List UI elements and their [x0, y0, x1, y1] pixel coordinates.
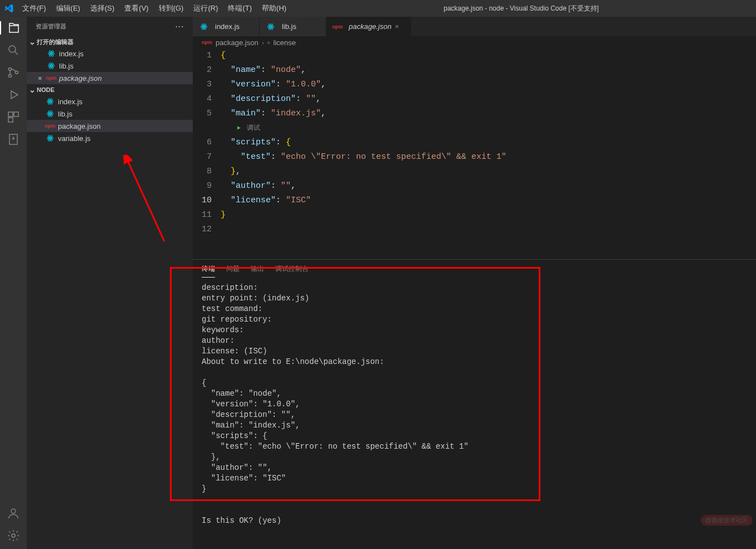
- panel-tab[interactable]: 终端: [202, 261, 215, 278]
- extensions-icon[interactable]: [7, 110, 20, 124]
- menu-help[interactable]: 帮助(H): [257, 1, 291, 16]
- menu-selection[interactable]: 选择(S): [86, 1, 119, 16]
- npm-icon: npm: [47, 74, 56, 82]
- react-icon: [266, 22, 275, 31]
- more-actions-icon[interactable]: ⋯: [175, 21, 184, 32]
- panel-tab[interactable]: 问题: [226, 261, 240, 277]
- debug-icon[interactable]: [7, 88, 20, 101]
- code-line: "license": "ISC": [221, 193, 756, 208]
- tab-label: index.js: [215, 22, 240, 31]
- vscode-logo-icon: [4, 4, 13, 13]
- svg-rect-4: [8, 112, 13, 116]
- open-editor-item[interactable]: ×npmpackage.json: [27, 72, 193, 84]
- editor-tab[interactable]: npmpackage.json×: [326, 17, 411, 36]
- react-icon: [47, 49, 56, 58]
- svg-rect-6: [8, 118, 13, 122]
- open-editor-item[interactable]: ×lib.js: [27, 60, 193, 72]
- file-name: variable.js: [58, 134, 91, 143]
- explorer-icon[interactable]: [0, 21, 27, 35]
- file-tree-item[interactable]: variable.js: [27, 132, 193, 144]
- settings-icon[interactable]: [7, 529, 20, 542]
- open-editor-item[interactable]: ×index.js: [27, 47, 193, 60]
- panel-tab[interactable]: 调试控制台: [275, 261, 309, 277]
- code-line: "name": "node",: [221, 63, 756, 77]
- window-title: package.json - node - Visual Studio Code…: [291, 4, 752, 13]
- tab-label: package.json: [349, 22, 392, 31]
- breadcrumb[interactable]: npm package.json › ▫ license: [193, 36, 756, 48]
- file-name: index.js: [59, 50, 84, 58]
- code-line: "version": "1.0.0",: [221, 77, 756, 92]
- svg-point-2: [9, 75, 12, 77]
- watermark: @掘金技术社区: [701, 515, 753, 526]
- chevron-down-icon: ⌄: [29, 85, 36, 94]
- code-line: {: [221, 48, 756, 63]
- code-line: "author": "",: [221, 179, 756, 193]
- code-line: "scripts": {: [221, 135, 756, 150]
- svg-point-1: [9, 68, 12, 71]
- tab-label: lib.js: [282, 22, 296, 31]
- file-tree-item[interactable]: npmpackage.json: [27, 120, 193, 132]
- terminal-output[interactable]: description: entry point: (index.js) tes…: [193, 278, 756, 549]
- file-name: package.json: [59, 74, 102, 82]
- file-tree-item[interactable]: lib.js: [27, 108, 193, 120]
- react-icon: [199, 22, 208, 31]
- source-control-icon[interactable]: [7, 66, 20, 79]
- open-editors-header[interactable]: ⌄打开的编辑器: [27, 36, 193, 47]
- svg-rect-5: [14, 112, 18, 116]
- folder-header[interactable]: ⌄NODE: [27, 84, 193, 95]
- svg-point-26: [50, 138, 51, 139]
- sidebar-title: 资源管理器: [36, 22, 66, 31]
- svg-point-22: [50, 113, 51, 114]
- symbol-icon: ▫: [267, 38, 270, 47]
- file-tree-item[interactable]: index.js: [27, 95, 193, 108]
- search-icon[interactable]: [7, 43, 20, 57]
- svg-point-34: [270, 26, 271, 27]
- svg-point-8: [11, 509, 16, 513]
- activity-bar: [0, 17, 27, 549]
- account-icon[interactable]: [7, 507, 20, 520]
- menu-file[interactable]: 文件(F): [18, 1, 51, 16]
- react-icon: [46, 97, 55, 106]
- code-line: "test": "echo \"Error: no test specified…: [221, 150, 756, 164]
- panel-tabs: 终端问题输出调试控制台: [193, 260, 756, 278]
- menu-run[interactable]: 运行(R): [189, 1, 222, 16]
- code-editor[interactable]: 12345 6789101112 { "name": "node", "vers…: [193, 48, 756, 259]
- sidebar: 资源管理器 ⋯ ⌄打开的编辑器 ×index.js×lib.js×npmpack…: [27, 17, 193, 549]
- editor-area: index.jslib.jsnpmpackage.json× npm packa…: [193, 17, 756, 549]
- svg-point-9: [12, 534, 15, 537]
- panel-tab[interactable]: 输出: [251, 261, 264, 277]
- title-bar: 文件(F) 编辑(E) 选择(S) 查看(V) 转到(G) 运行(R) 终端(T…: [0, 0, 756, 17]
- menu-view[interactable]: 查看(V): [120, 1, 153, 16]
- bottom-panel: 终端问题输出调试控制台 description: entry point: (i…: [193, 259, 756, 549]
- file-name: package.json: [58, 122, 101, 130]
- debug-codelens[interactable]: ▶ 调试: [221, 121, 756, 135]
- menu-terminal[interactable]: 终端(T): [223, 1, 256, 16]
- code-line: "main": "index.js",: [221, 106, 756, 121]
- chevron-down-icon: ⌄: [29, 37, 36, 46]
- menu-edit[interactable]: 编辑(E): [52, 1, 85, 16]
- play-icon: ▶: [237, 121, 241, 135]
- code-line: },: [221, 164, 756, 179]
- editor-tabs: index.jslib.jsnpmpackage.json×: [193, 17, 756, 36]
- svg-point-10: [51, 53, 52, 54]
- editor-tab[interactable]: lib.js: [260, 17, 326, 36]
- close-icon[interactable]: ×: [395, 22, 404, 31]
- npm-icon: npm: [202, 40, 212, 45]
- bookmark-icon[interactable]: [7, 133, 20, 146]
- file-name: index.js: [58, 98, 82, 106]
- svg-point-14: [51, 65, 52, 66]
- file-name: lib.js: [58, 110, 72, 118]
- react-icon: [47, 61, 56, 70]
- file-name: lib.js: [59, 62, 74, 70]
- code-line: }: [221, 208, 756, 222]
- react-icon: [46, 134, 55, 143]
- editor-tab[interactable]: index.js: [193, 17, 260, 36]
- svg-point-18: [50, 101, 51, 102]
- npm-icon: npm: [46, 122, 55, 130]
- code-line: "description": "",: [221, 92, 756, 106]
- svg-point-30: [203, 26, 204, 27]
- menu-go[interactable]: 转到(G): [154, 1, 188, 16]
- npm-icon: npm: [333, 22, 342, 31]
- react-icon: [46, 109, 55, 118]
- menu-bar: 文件(F) 编辑(E) 选择(S) 查看(V) 转到(G) 运行(R) 终端(T…: [18, 1, 291, 16]
